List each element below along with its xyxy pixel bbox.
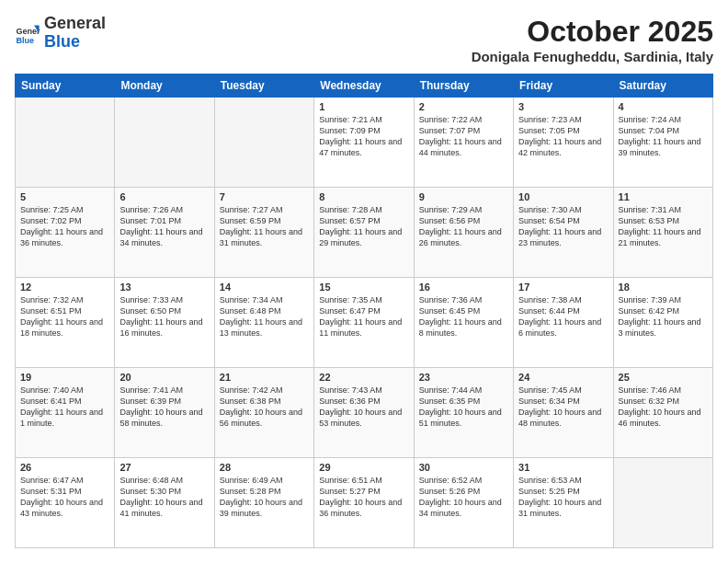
day-number: 15 xyxy=(319,282,408,293)
calendar-cell: 18Sunrise: 7:39 AM Sunset: 6:42 PM Dayli… xyxy=(613,278,712,368)
logo-text: General Blue xyxy=(44,15,106,52)
day-info: Sunrise: 7:24 AM Sunset: 7:04 PM Dayligh… xyxy=(619,114,708,159)
logo-icon: General Blue xyxy=(15,20,40,46)
day-number: 11 xyxy=(619,191,708,202)
location-title: Donigala Fenugheddu, Sardinia, Italy xyxy=(472,49,713,64)
day-info: Sunrise: 7:42 AM Sunset: 6:38 PM Dayligh… xyxy=(220,385,309,430)
day-number: 14 xyxy=(220,282,309,293)
calendar-cell: 5Sunrise: 7:25 AM Sunset: 7:02 PM Daylig… xyxy=(16,188,115,278)
calendar-cell: 9Sunrise: 7:29 AM Sunset: 6:56 PM Daylig… xyxy=(414,188,513,278)
calendar-cell: 10Sunrise: 7:30 AM Sunset: 6:54 PM Dayli… xyxy=(514,188,613,278)
calendar-cell: 27Sunrise: 6:48 AM Sunset: 5:30 PM Dayli… xyxy=(115,458,214,548)
calendar-cell: 2Sunrise: 7:22 AM Sunset: 7:07 PM Daylig… xyxy=(414,98,513,188)
calendar-cell: 28Sunrise: 6:49 AM Sunset: 5:28 PM Dayli… xyxy=(214,458,313,548)
calendar-cell: 21Sunrise: 7:42 AM Sunset: 6:38 PM Dayli… xyxy=(214,368,313,458)
calendar-cell xyxy=(115,98,214,188)
day-info: Sunrise: 7:33 AM Sunset: 6:50 PM Dayligh… xyxy=(119,294,209,339)
calendar-cell: 13Sunrise: 7:33 AM Sunset: 6:50 PM Dayli… xyxy=(115,278,214,368)
day-number: 3 xyxy=(518,101,608,112)
day-number: 9 xyxy=(419,191,508,202)
header: General Blue General Blue October 2025 D… xyxy=(15,15,713,64)
week-row-3: 12Sunrise: 7:32 AM Sunset: 6:51 PM Dayli… xyxy=(16,278,713,368)
day-info: Sunrise: 7:30 AM Sunset: 6:54 PM Dayligh… xyxy=(518,204,608,249)
day-number: 30 xyxy=(419,462,508,473)
day-number: 18 xyxy=(619,282,708,293)
day-info: Sunrise: 6:52 AM Sunset: 5:26 PM Dayligh… xyxy=(419,475,508,520)
day-info: Sunrise: 6:48 AM Sunset: 5:30 PM Dayligh… xyxy=(119,475,209,520)
calendar-cell: 11Sunrise: 7:31 AM Sunset: 6:53 PM Dayli… xyxy=(613,188,712,278)
day-number: 10 xyxy=(518,191,608,202)
calendar-cell: 7Sunrise: 7:27 AM Sunset: 6:59 PM Daylig… xyxy=(214,188,313,278)
day-info: Sunrise: 7:35 AM Sunset: 6:47 PM Dayligh… xyxy=(319,294,408,339)
title-block: October 2025 Donigala Fenugheddu, Sardin… xyxy=(472,15,713,64)
weekday-header-saturday: Saturday xyxy=(613,75,712,98)
week-row-5: 26Sunrise: 6:47 AM Sunset: 5:31 PM Dayli… xyxy=(16,458,713,548)
day-number: 31 xyxy=(518,462,608,473)
day-number: 16 xyxy=(419,282,508,293)
day-number: 7 xyxy=(220,191,309,202)
weekday-header-tuesday: Tuesday xyxy=(214,75,313,98)
calendar-cell: 20Sunrise: 7:41 AM Sunset: 6:39 PM Dayli… xyxy=(115,368,214,458)
week-row-4: 19Sunrise: 7:40 AM Sunset: 6:41 PM Dayli… xyxy=(16,368,713,458)
logo-general-text: General xyxy=(44,15,106,33)
weekday-header-thursday: Thursday xyxy=(414,75,513,98)
day-number: 13 xyxy=(119,282,209,293)
day-info: Sunrise: 7:46 AM Sunset: 6:32 PM Dayligh… xyxy=(619,385,708,430)
weekday-header-row: SundayMondayTuesdayWednesdayThursdayFrid… xyxy=(16,75,713,98)
day-info: Sunrise: 7:23 AM Sunset: 7:05 PM Dayligh… xyxy=(518,114,608,159)
calendar-cell: 19Sunrise: 7:40 AM Sunset: 6:41 PM Dayli… xyxy=(16,368,115,458)
weekday-header-wednesday: Wednesday xyxy=(314,75,414,98)
calendar-cell: 24Sunrise: 7:45 AM Sunset: 6:34 PM Dayli… xyxy=(514,368,613,458)
day-info: Sunrise: 7:36 AM Sunset: 6:45 PM Dayligh… xyxy=(419,294,508,339)
calendar-cell: 25Sunrise: 7:46 AM Sunset: 6:32 PM Dayli… xyxy=(613,368,712,458)
calendar-table: SundayMondayTuesdayWednesdayThursdayFrid… xyxy=(15,74,713,548)
day-info: Sunrise: 7:31 AM Sunset: 6:53 PM Dayligh… xyxy=(619,204,708,249)
calendar-cell: 4Sunrise: 7:24 AM Sunset: 7:04 PM Daylig… xyxy=(613,98,712,188)
calendar-cell: 12Sunrise: 7:32 AM Sunset: 6:51 PM Dayli… xyxy=(16,278,115,368)
week-row-1: 1Sunrise: 7:21 AM Sunset: 7:09 PM Daylig… xyxy=(16,98,713,188)
svg-text:Blue: Blue xyxy=(16,35,34,44)
day-number: 5 xyxy=(20,191,109,202)
calendar-cell: 3Sunrise: 7:23 AM Sunset: 7:05 PM Daylig… xyxy=(514,98,613,188)
day-number: 19 xyxy=(20,372,109,383)
weekday-header-sunday: Sunday xyxy=(16,75,115,98)
day-number: 8 xyxy=(319,191,408,202)
day-info: Sunrise: 7:27 AM Sunset: 6:59 PM Dayligh… xyxy=(220,204,309,249)
day-info: Sunrise: 6:53 AM Sunset: 5:25 PM Dayligh… xyxy=(518,475,608,520)
calendar-cell xyxy=(16,98,115,188)
day-number: 25 xyxy=(619,372,708,383)
day-info: Sunrise: 6:51 AM Sunset: 5:27 PM Dayligh… xyxy=(319,475,408,520)
calendar-cell: 30Sunrise: 6:52 AM Sunset: 5:26 PM Dayli… xyxy=(414,458,513,548)
day-number: 26 xyxy=(20,462,109,473)
calendar-cell: 17Sunrise: 7:38 AM Sunset: 6:44 PM Dayli… xyxy=(514,278,613,368)
day-info: Sunrise: 7:32 AM Sunset: 6:51 PM Dayligh… xyxy=(20,294,109,339)
page: General Blue General Blue October 2025 D… xyxy=(0,0,728,563)
calendar-cell xyxy=(613,458,712,548)
logo: General Blue General Blue xyxy=(15,15,106,52)
day-info: Sunrise: 7:41 AM Sunset: 6:39 PM Dayligh… xyxy=(119,385,209,430)
day-number: 28 xyxy=(220,462,309,473)
day-number: 29 xyxy=(319,462,408,473)
day-number: 20 xyxy=(119,372,209,383)
day-number: 17 xyxy=(518,282,608,293)
weekday-header-friday: Friday xyxy=(514,75,613,98)
calendar-cell: 6Sunrise: 7:26 AM Sunset: 7:01 PM Daylig… xyxy=(115,188,214,278)
calendar-cell: 26Sunrise: 6:47 AM Sunset: 5:31 PM Dayli… xyxy=(16,458,115,548)
calendar-cell: 8Sunrise: 7:28 AM Sunset: 6:57 PM Daylig… xyxy=(314,188,414,278)
calendar-cell: 22Sunrise: 7:43 AM Sunset: 6:36 PM Dayli… xyxy=(314,368,414,458)
day-number: 21 xyxy=(220,372,309,383)
calendar-cell: 16Sunrise: 7:36 AM Sunset: 6:45 PM Dayli… xyxy=(414,278,513,368)
day-info: Sunrise: 6:47 AM Sunset: 5:31 PM Dayligh… xyxy=(20,475,109,520)
day-info: Sunrise: 7:43 AM Sunset: 6:36 PM Dayligh… xyxy=(319,385,408,430)
day-number: 27 xyxy=(119,462,209,473)
calendar-cell xyxy=(214,98,313,188)
day-info: Sunrise: 6:49 AM Sunset: 5:28 PM Dayligh… xyxy=(220,475,309,520)
day-info: Sunrise: 7:26 AM Sunset: 7:01 PM Dayligh… xyxy=(119,204,209,249)
day-number: 2 xyxy=(419,101,508,112)
month-title: October 2025 xyxy=(472,15,713,49)
day-number: 6 xyxy=(119,191,209,202)
day-info: Sunrise: 7:34 AM Sunset: 6:48 PM Dayligh… xyxy=(220,294,309,339)
calendar-cell: 29Sunrise: 6:51 AM Sunset: 5:27 PM Dayli… xyxy=(314,458,414,548)
day-info: Sunrise: 7:22 AM Sunset: 7:07 PM Dayligh… xyxy=(419,114,508,159)
day-number: 24 xyxy=(518,372,608,383)
